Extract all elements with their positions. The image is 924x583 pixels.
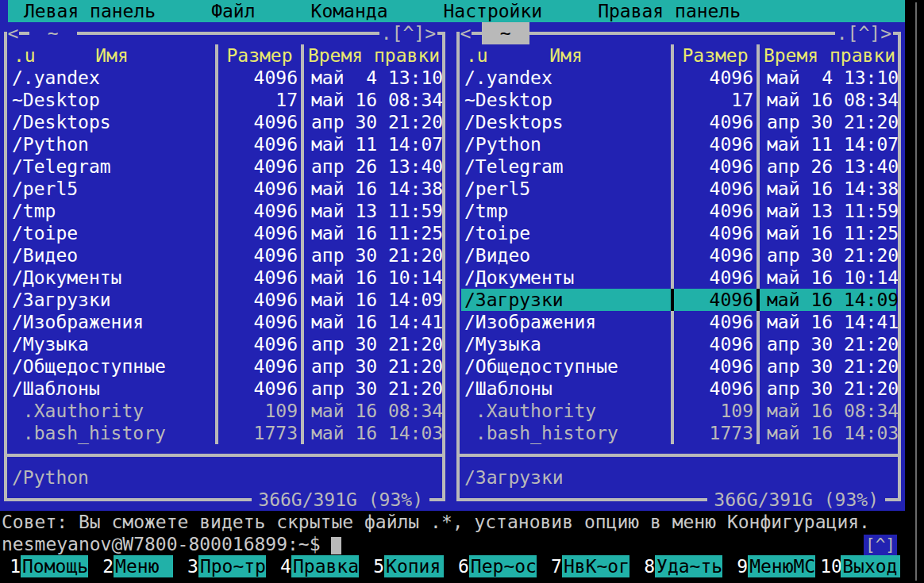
file-size: 4096: [677, 289, 753, 311]
file-row[interactable]: /Python4096май 11 14:07: [461, 133, 896, 155]
file-row[interactable]: /Desktops4096апр 30 21:20: [461, 111, 896, 133]
file-row[interactable]: .Xauthority109май 16 08:34: [461, 400, 896, 422]
menu-item[interactable]: Файл: [211, 0, 255, 22]
fkey-label: Меню: [114, 555, 173, 577]
column-separator: [298, 67, 307, 89]
column-separator: [668, 155, 677, 178]
file-name: /Изображения: [464, 311, 668, 333]
file-row[interactable]: /Загрузки4096май 16 14:09: [9, 289, 441, 311]
file-name: /Музыка: [464, 333, 668, 355]
file-row[interactable]: /perl54096май 16 14:38: [9, 178, 441, 200]
column-header-name[interactable]: .uИмя: [464, 44, 668, 67]
file-row[interactable]: /Музыка4096апр 30 21:20: [9, 333, 441, 355]
file-row[interactable]: /Изображения4096май 16 14:41: [9, 311, 441, 333]
file-row[interactable]: /toipe4096май 16 11:25: [461, 222, 896, 244]
fkey-label: Выход: [841, 555, 900, 577]
file-size: 4096: [221, 222, 298, 244]
fkey-button-8[interactable]: 8Уда~ть: [634, 555, 722, 577]
scroll-up-badge[interactable]: [^]: [864, 535, 897, 555]
terminal-scrollbar[interactable]: [905, 0, 924, 583]
file-row[interactable]: .Xauthority109май 16 08:34: [9, 400, 441, 422]
menu-item[interactable]: Настройки: [444, 0, 543, 22]
history-back-icon[interactable]: <: [7, 22, 19, 44]
file-mtime: май 16 08:34: [763, 400, 896, 422]
column-separator: [298, 422, 307, 444]
column-separator: [753, 178, 763, 200]
fkey-button-4[interactable]: 4Правка: [271, 555, 359, 577]
file-mtime: май 16 10:14: [307, 267, 441, 289]
file-row[interactable]: /Видео4096апр 30 21:20: [9, 244, 441, 267]
file-row[interactable]: /Шаблоны4096апр 30 21:20: [461, 378, 896, 400]
column-separator: [212, 89, 221, 111]
command-line[interactable]: nesmeyanov@W7800-800016899:~$: [2, 533, 867, 555]
file-row[interactable]: ~Desktop17май 16 08:34: [9, 89, 441, 111]
file-list: /.yandex4096май 4 13:10~Desktop17май 16 …: [0, 67, 449, 444]
file-row[interactable]: .bash_history1773май 16 14:03: [461, 422, 896, 444]
file-name: /Видео: [12, 244, 212, 267]
file-row[interactable]: /.yandex4096май 4 13:10: [9, 67, 441, 89]
file-row[interactable]: /Общедоступные4096апр 30 21:20: [461, 355, 896, 378]
file-row[interactable]: /tmp4096май 13 11:59: [9, 200, 441, 222]
file-row[interactable]: /Шаблоны4096апр 30 21:20: [9, 378, 441, 400]
file-row[interactable]: /Документы4096май 16 10:14: [9, 267, 441, 289]
column-header-size[interactable]: Размер: [221, 44, 298, 67]
fkey-label: НвК~ог: [562, 555, 629, 577]
file-row[interactable]: /Видео4096апр 30 21:20: [461, 244, 896, 267]
file-name: /Музыка: [12, 333, 212, 355]
column-separator: [753, 222, 763, 244]
column-header-row: .uИмя Размер Время правки: [9, 44, 441, 67]
menu-item[interactable]: Правая панель: [598, 0, 741, 22]
fkey-button-1[interactable]: 1Помощь: [0, 555, 88, 577]
column-header-size[interactable]: Размер: [677, 44, 753, 67]
frame-line: [885, 489, 898, 511]
file-row[interactable]: /.yandex4096май 4 13:10: [461, 67, 896, 89]
panel-corner-updir-icon[interactable]: .[^]>: [379, 22, 437, 44]
column-separator: [753, 89, 763, 111]
fkey-button-9[interactable]: 9МенюМС: [727, 555, 815, 577]
file-row[interactable]: /toipe4096май 16 11:25: [9, 222, 441, 244]
file-mtime: апр 30 21:20: [763, 333, 896, 355]
shell-prompt: nesmeyanov@W7800-800016899:~$: [2, 534, 321, 554]
file-mtime: май 16 14:09: [763, 289, 896, 311]
fkey-button-7[interactable]: 7НвК~ог: [541, 555, 629, 577]
file-name: /Python: [464, 133, 668, 155]
fkey-label: Копия: [384, 555, 444, 577]
file-row[interactable]: /Desktops4096апр 30 21:20: [9, 111, 441, 133]
file-row[interactable]: /Загрузки4096май 16 14:09: [461, 289, 896, 311]
panel-title-path[interactable]: ~: [29, 22, 77, 44]
file-row[interactable]: /Telegram4096апр 26 13:40: [461, 155, 896, 178]
panel-corner-updir-icon[interactable]: .[^]>: [835, 22, 893, 44]
file-size: 4096: [221, 244, 298, 267]
file-row[interactable]: /Telegram4096апр 26 13:40: [9, 155, 441, 178]
fkey-button-6[interactable]: 6Пер~ос: [449, 555, 537, 577]
file-row[interactable]: ~Desktop17май 16 08:34: [461, 89, 896, 111]
menu-item[interactable]: Левая панель: [24, 0, 156, 22]
file-row[interactable]: /Документы4096май 16 10:14: [461, 267, 896, 289]
fkey-button-2[interactable]: 2Меню: [93, 555, 173, 577]
fkey-number: 6: [449, 555, 469, 577]
file-name: ~Desktop: [464, 89, 668, 111]
file-row[interactable]: /tmp4096май 13 11:59: [461, 200, 896, 222]
column-header-name[interactable]: .uИмя: [12, 44, 212, 67]
file-size: 4096: [677, 155, 753, 178]
file-row[interactable]: /Общедоступные4096апр 30 21:20: [9, 355, 441, 378]
fkey-button-10[interactable]: 10Выход: [820, 555, 900, 577]
file-row[interactable]: /Python4096май 11 14:07: [9, 133, 441, 155]
file-row[interactable]: /perl54096май 16 14:38: [461, 178, 896, 200]
fkey-button-3[interactable]: 3Про~тр: [178, 555, 266, 577]
fkey-label: Правка: [291, 555, 359, 577]
file-size: 1773: [677, 422, 753, 444]
file-row[interactable]: .bash_history1773май 16 14:03: [9, 422, 441, 444]
fkey-button-5[interactable]: 5Копия: [364, 555, 444, 577]
sort-indicator: .u: [466, 44, 488, 67]
file-mtime: апр 26 13:40: [307, 155, 441, 178]
file-row[interactable]: /Изображения4096май 16 14:41: [461, 311, 896, 333]
history-back-icon[interactable]: <: [460, 22, 472, 44]
panel-title-path[interactable]: ~: [482, 22, 529, 44]
menu-item[interactable]: Команда: [311, 0, 388, 22]
file-row[interactable]: /Музыка4096апр 30 21:20: [461, 333, 896, 355]
column-header-mtime[interactable]: Время правки: [307, 44, 441, 67]
file-size: 1773: [221, 422, 298, 444]
column-header-mtime[interactable]: Время правки: [763, 44, 896, 67]
column-separator: [212, 178, 221, 200]
